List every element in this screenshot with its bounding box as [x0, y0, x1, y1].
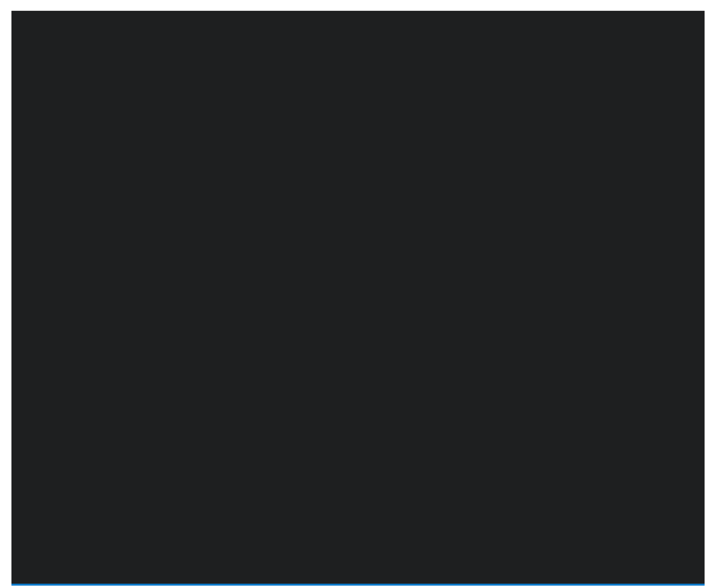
code-editor-panel[interactable] [12, 11, 705, 584]
page [0, 0, 713, 588]
bottom-blue-bar [12, 584, 705, 586]
